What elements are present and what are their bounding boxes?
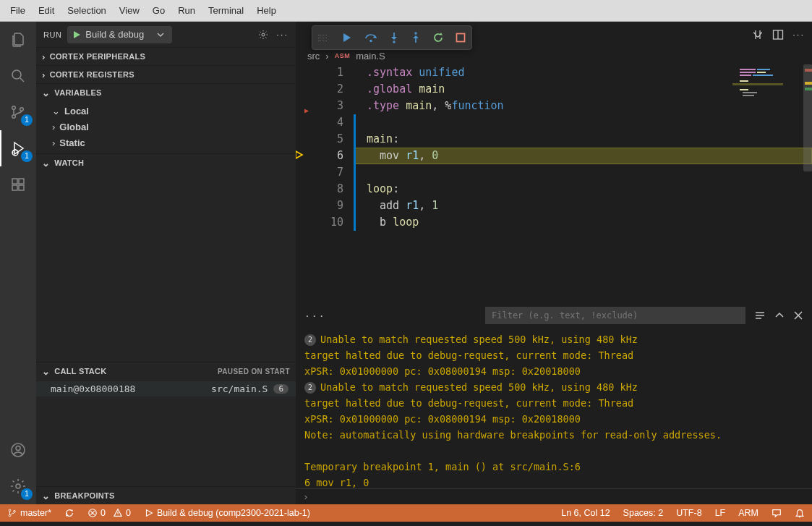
activity-account[interactable] xyxy=(0,432,36,468)
debug-console-output[interactable]: 2Unable to match requested speed 500 kHz… xyxy=(296,328,812,488)
chevron-right-icon: › xyxy=(42,51,46,62)
menu-view[interactable]: View xyxy=(114,2,145,19)
status-debug-task[interactable]: Build & debug (comp2300-2021-lab-1) xyxy=(141,508,313,518)
code-editor[interactable]: 1 2 3▶ 4 5 6 7 8 9 10 .syntax unified .g… xyxy=(296,64,812,302)
menu-file[interactable]: File xyxy=(4,2,31,19)
step-out-button[interactable] xyxy=(411,32,421,43)
more-icon[interactable]: ··· xyxy=(276,29,289,41)
status-cursor[interactable]: Ln 6, Col 12 xyxy=(558,508,612,518)
console-line: target halted due to debug-request, curr… xyxy=(304,347,803,363)
svg-point-6 xyxy=(16,446,20,451)
compare-icon[interactable] xyxy=(752,29,764,41)
var-scope-local[interactable]: ⌄Local xyxy=(36,103,296,119)
var-scope-label: Global xyxy=(59,122,88,132)
continue-button[interactable] xyxy=(341,32,353,43)
frame-line-badge: 6 xyxy=(273,384,289,394)
gutter: 1 2 3▶ 4 5 6 7 8 9 10 xyxy=(307,64,352,302)
feedback-icon xyxy=(772,508,782,518)
debug-icon xyxy=(144,508,154,518)
status-eol[interactable]: LF xyxy=(712,508,729,518)
callstack-frame[interactable]: main@0x08000188 src/main.S 6 xyxy=(36,381,296,396)
chevron-down-icon xyxy=(157,31,164,38)
close-icon[interactable] xyxy=(793,310,803,321)
activity-search[interactable] xyxy=(0,58,36,94)
settings-badge: 1 xyxy=(21,488,33,500)
console-line: 6 mov r1, 0 xyxy=(304,475,803,488)
console-line: Note: automatically using hardware break… xyxy=(304,427,803,443)
run-header: RUN Build & debug ··· xyxy=(36,22,296,47)
status-problems[interactable]: 0 0 xyxy=(85,508,134,518)
svg-rect-21 xyxy=(732,83,783,85)
chevron-right-icon: › xyxy=(52,137,55,148)
files-icon xyxy=(9,31,27,48)
svg-point-0 xyxy=(12,70,21,79)
svg-rect-15 xyxy=(757,69,770,70)
minimap-scrollbar[interactable] xyxy=(803,64,812,171)
editor-actions: ··· xyxy=(752,29,805,41)
svg-point-1 xyxy=(12,106,16,110)
more-icon[interactable]: ··· xyxy=(304,310,325,321)
scm-badge: 1 xyxy=(21,114,33,126)
activity-extensions[interactable] xyxy=(0,166,36,203)
task-name: Build & debug (comp2300-2021-lab-1) xyxy=(157,508,310,518)
menu-terminal[interactable]: Terminal xyxy=(202,2,249,19)
status-language[interactable]: ARM xyxy=(735,508,761,518)
svg-point-7 xyxy=(16,484,20,488)
svg-point-8 xyxy=(262,33,265,36)
activity-explorer[interactable] xyxy=(0,22,36,58)
menu-run[interactable]: Run xyxy=(172,2,201,19)
svg-point-27 xyxy=(14,510,16,512)
var-scope-static[interactable]: ›Static xyxy=(36,135,296,150)
status-indent[interactable]: Spaces: 2 xyxy=(620,508,667,518)
count-badge: 2 xyxy=(304,382,316,394)
menu-help[interactable]: Help xyxy=(251,2,282,19)
minimap[interactable] xyxy=(741,64,812,302)
menu-go[interactable]: Go xyxy=(147,2,171,19)
drag-handle-icon[interactable] xyxy=(318,35,330,41)
console-line: xPSR: 0x01000000 pc: 0x08000194 msp: 0x2… xyxy=(304,411,803,427)
split-editor-icon[interactable] xyxy=(772,29,784,41)
activity-run-debug[interactable]: 1 xyxy=(0,130,36,166)
section-label: VARIABLES xyxy=(54,88,101,97)
debug-toolbar[interactable] xyxy=(312,25,472,50)
debug-console-panel: ··· 2Unable to match requested speed 500… xyxy=(296,302,812,504)
section-watch[interactable]: ⌄WATCH xyxy=(36,154,296,171)
section-breakpoints[interactable]: ⌄BREAKPOINTS xyxy=(36,487,296,504)
status-bell[interactable] xyxy=(792,508,808,518)
step-over-button[interactable] xyxy=(364,32,377,43)
collapse-icon[interactable] xyxy=(774,310,785,321)
activity-scm[interactable]: 1 xyxy=(0,94,36,130)
start-debug-icon xyxy=(72,30,81,39)
status-branch[interactable]: master* xyxy=(4,508,54,518)
section-cortex-peripherals[interactable]: ›CORTEX PERIPHERALS xyxy=(36,48,296,65)
section-label: CORTEX PERIPHERALS xyxy=(50,52,146,61)
section-cortex-registers[interactable]: ›CORTEX REGISTERS xyxy=(36,66,296,83)
status-encoding[interactable]: UTF-8 xyxy=(673,508,704,518)
svg-rect-24 xyxy=(743,95,754,96)
restart-button[interactable] xyxy=(432,32,444,43)
svg-rect-12 xyxy=(457,34,465,42)
menu-edit[interactable]: Edit xyxy=(33,2,60,19)
step-into-button[interactable] xyxy=(389,32,399,43)
run-config-select[interactable]: Build & debug xyxy=(67,26,172,43)
filter-input[interactable] xyxy=(485,307,745,324)
section-variables[interactable]: ⌄VARIABLES xyxy=(36,84,296,101)
section-label: BREAKPOINTS xyxy=(54,491,114,500)
status-sync[interactable] xyxy=(61,508,77,518)
stop-button[interactable] xyxy=(456,33,466,43)
console-line: xPSR: 0x01000000 pc: 0x08000194 msp: 0x2… xyxy=(304,363,803,379)
breadcrumb-file[interactable]: main.S xyxy=(356,51,385,61)
debug-console-input[interactable]: › xyxy=(296,488,812,504)
section-callstack[interactable]: ⌄ CALL STACK PAUSED ON START xyxy=(36,362,296,380)
word-wrap-icon[interactable] xyxy=(754,310,766,321)
gear-icon[interactable] xyxy=(257,29,269,41)
breadcrumb-folder[interactable]: src xyxy=(307,51,320,61)
var-scope-global[interactable]: ›Global xyxy=(36,119,296,135)
status-feedback[interactable] xyxy=(769,508,785,518)
section-label: WATCH xyxy=(54,158,84,167)
sidebar-run: RUN Build & debug ··· ›CORTEX PERIPHERAL… xyxy=(36,22,296,504)
branch-name: master* xyxy=(20,508,51,518)
menu-selection[interactable]: Selection xyxy=(61,2,111,19)
more-icon[interactable]: ··· xyxy=(792,29,805,41)
activity-settings[interactable]: 1 xyxy=(0,468,36,504)
